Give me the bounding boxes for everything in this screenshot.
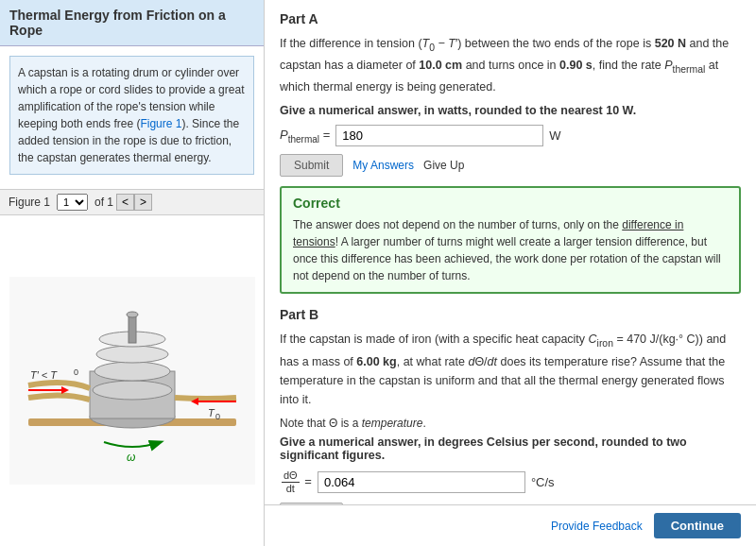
part-b-answer-label: dΘ dt =	[280, 469, 312, 495]
part-a-answer-row: Pthermal = W	[280, 125, 741, 146]
part-b-note: Note that Θ is a temperature.	[280, 417, 741, 430]
part-b-answer-row: dΘ dt = °C/s	[280, 469, 741, 495]
part-a-problem-text: If the difference in tension (T0 − T′) b…	[280, 34, 741, 96]
part-b-answer-prompt: Give a numerical answer, in degrees Cels…	[280, 435, 741, 462]
figure-image: T′ < T 0 T 0 ω	[0, 215, 264, 546]
problem-description: A capstan is a rotating drum or cylinder…	[9, 56, 254, 175]
figure-next-button[interactable]: >	[134, 194, 152, 211]
svg-point-4	[93, 381, 172, 400]
continue-button[interactable]: Continue	[654, 513, 741, 538]
part-b-problem-text: If the capstan is made of iron (with a s…	[280, 330, 741, 408]
part-a-answer-input[interactable]	[335, 125, 543, 146]
part-a-answer-label: Pthermal =	[280, 128, 330, 145]
part-a-give-up-link[interactable]: Give Up	[423, 159, 464, 172]
part-a-section: Part A If the difference in tension (T0 …	[280, 11, 741, 294]
part-b-label: Part B	[280, 307, 741, 322]
part-a-submit-button[interactable]: Submit	[280, 154, 343, 177]
part-a-answer-unit: W	[549, 128, 560, 143]
part-a-correct-box: Correct The answer does not depend on th…	[280, 186, 741, 294]
figure-area: Figure 1 1 of 1 < >	[0, 189, 264, 546]
right-panel: Part A If the difference in tension (T0 …	[265, 0, 756, 504]
figure-toolbar: Figure 1 1 of 1 < >	[0, 190, 264, 215]
figure-select[interactable]: 1	[57, 194, 88, 211]
footer-bar: Provide Feedback Continue	[265, 504, 756, 546]
part-a-correct-desc: The answer does not depend on the number…	[293, 216, 728, 284]
part-a-my-answers-link[interactable]: My Answers	[352, 159, 414, 172]
part-a-correct-title: Correct	[293, 196, 728, 211]
part-a-label: Part A	[280, 11, 741, 26]
figure-label: Figure 1	[9, 196, 50, 209]
part-b-section: Part B If the capstan is made of iron (w…	[280, 307, 741, 504]
feedback-link[interactable]: Provide Feedback	[551, 520, 643, 533]
part-a-answer-prompt: Give a numerical answer, in watts, round…	[280, 104, 741, 117]
svg-text:T′ < T: T′ < T	[30, 369, 58, 381]
of-label: of 1	[94, 196, 113, 209]
svg-text:ω: ω	[127, 451, 135, 464]
part-b-answer-input[interactable]	[318, 471, 525, 493]
svg-rect-8	[129, 315, 136, 343]
part-a-button-row: Submit My Answers Give Up	[280, 154, 741, 177]
page-title: Thermal Energy from Friction on a Rope	[0, 0, 264, 46]
svg-point-5	[94, 362, 170, 381]
svg-text:0: 0	[74, 367, 78, 377]
figure-link[interactable]: Figure 1	[140, 117, 181, 130]
svg-point-6	[96, 346, 168, 363]
part-b-answer-unit: °C/s	[531, 475, 555, 489]
svg-text:0: 0	[215, 412, 220, 421]
figure-prev-button[interactable]: <	[116, 194, 134, 211]
svg-point-9	[127, 312, 138, 317]
